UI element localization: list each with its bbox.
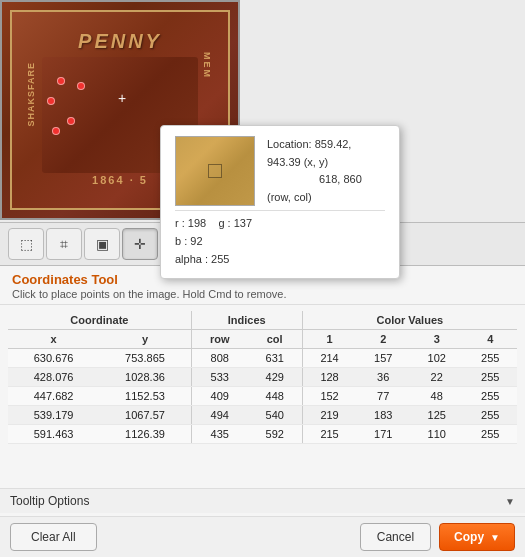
cv1-subheader: 1 — [302, 330, 356, 349]
table-cell: 591.463 — [8, 425, 99, 444]
table-cell: 1028.36 — [99, 368, 191, 387]
crop-tool-button[interactable]: ⌗ — [46, 228, 82, 260]
table-cell: 540 — [248, 406, 302, 425]
table-cell: 494 — [191, 406, 247, 425]
panel-subtitle: Click to place points on the image. Hold… — [12, 288, 513, 300]
tooltip-options-label: Tooltip Options — [10, 494, 89, 508]
table-cell: 22 — [410, 368, 463, 387]
tooltip-options-arrow-icon: ▼ — [505, 496, 515, 507]
table-cell: 409 — [191, 387, 247, 406]
table-cell: 255 — [463, 368, 517, 387]
indices-header: Indices — [191, 311, 302, 330]
table-cell: 171 — [356, 425, 409, 444]
table-cell: 36 — [356, 368, 409, 387]
col-subheader: col — [248, 330, 302, 349]
table-cell: 214 — [302, 349, 356, 368]
color-values-header: Color Values — [302, 311, 517, 330]
select-icon: ⬚ — [20, 236, 33, 252]
data-table-wrapper: Coordinate Indices Color Values x y row … — [0, 311, 525, 444]
clear-all-button[interactable]: Clear All — [10, 523, 97, 551]
marker-dot-2 — [77, 82, 85, 90]
table-cell: 1126.39 — [99, 425, 191, 444]
marker-dot-1 — [57, 77, 65, 85]
coordinates-tool-button[interactable]: ✛ — [122, 228, 158, 260]
coordinate-header: Coordinate — [8, 311, 191, 330]
table-cell: 255 — [463, 349, 517, 368]
cv2-subheader: 2 — [356, 330, 409, 349]
b-label: b : — [175, 235, 187, 247]
color-values: r : 198 g : 137 b : 92 alpha : 255 — [175, 215, 385, 268]
shaksfare-text: SHAKSFARE — [26, 62, 36, 127]
table-row: 630.676753.865808631214157102255 — [8, 349, 517, 368]
coordinates-table: Coordinate Indices Color Values x y row … — [8, 311, 517, 444]
image-tool-button[interactable]: ▣ — [84, 228, 120, 260]
table-row: 428.0761028.365334291283622255 — [8, 368, 517, 387]
alpha-value: 255 — [211, 253, 229, 265]
copy-button[interactable]: Copy ▼ — [439, 523, 515, 551]
tooltip-popup: Location: 859.42, 943.39 (x, y) 618, 860… — [160, 125, 400, 279]
table-cell: 429 — [248, 368, 302, 387]
location-label: Location: — [267, 138, 312, 150]
table-row: 539.1791067.57494540219183125255 — [8, 406, 517, 425]
bottom-bar: Clear All Cancel Copy ▼ — [0, 516, 525, 557]
year-text: 1864 · 5 — [92, 174, 148, 186]
table-cell: 219 — [302, 406, 356, 425]
table-cell: 428.076 — [8, 368, 99, 387]
table-cell: 592 — [248, 425, 302, 444]
table-cell: 630.676 — [8, 349, 99, 368]
y-subheader: y — [99, 330, 191, 349]
color-swatch — [175, 136, 255, 206]
table-cell: 125 — [410, 406, 463, 425]
table-cell: 808 — [191, 349, 247, 368]
table-cell: 447.682 — [8, 387, 99, 406]
table-cell: 110 — [410, 425, 463, 444]
table-cell: 157 — [356, 349, 409, 368]
table-cell: 448 — [248, 387, 302, 406]
table-cell: 435 — [191, 425, 247, 444]
copy-label: Copy — [454, 530, 484, 544]
alpha-label: alpha : — [175, 253, 208, 265]
cv4-subheader: 4 — [463, 330, 517, 349]
table-cell: 102 — [410, 349, 463, 368]
r-value: 198 — [188, 217, 206, 229]
table-cell: 255 — [463, 387, 517, 406]
table-cell: 539.179 — [8, 406, 99, 425]
marker-dot-5 — [52, 127, 60, 135]
table-cell: 77 — [356, 387, 409, 406]
g-value: 137 — [234, 217, 252, 229]
cv3-subheader: 3 — [410, 330, 463, 349]
table-body: 630.676753.865808631214157102255428.0761… — [8, 349, 517, 444]
table-cell: 152 — [302, 387, 356, 406]
cancel-button[interactable]: Cancel — [360, 523, 431, 551]
marker-dot-4 — [67, 117, 75, 125]
table-row: 591.4631126.39435592215171110255 — [8, 425, 517, 444]
table-cell: 255 — [463, 425, 517, 444]
table-cell: 128 — [302, 368, 356, 387]
mem-text: MEM — [202, 52, 212, 79]
crop-icon: ⌗ — [60, 236, 68, 253]
penny-text: PENNY — [78, 30, 162, 53]
select-tool-button[interactable]: ⬚ — [8, 228, 44, 260]
table-cell: 183 — [356, 406, 409, 425]
b-value: 92 — [190, 235, 202, 247]
cursor-crosshair — [120, 94, 136, 110]
table-cell: 533 — [191, 368, 247, 387]
table-row: 447.6821152.534094481527748255 — [8, 387, 517, 406]
table-cell: 48 — [410, 387, 463, 406]
location-rowcol: 618, 860 (row, col) — [267, 173, 362, 203]
table-cell: 1152.53 — [99, 387, 191, 406]
table-cell: 255 — [463, 406, 517, 425]
coordinates-panel: Coordinates Tool Click to place points o… — [0, 266, 525, 557]
g-label: g : — [218, 217, 230, 229]
table-cell: 1067.57 — [99, 406, 191, 425]
tooltip-options-row[interactable]: Tooltip Options ▼ — [0, 488, 525, 513]
x-subheader: x — [8, 330, 99, 349]
main-container: PENNY MEM SHAKSFARE 1864 · 5 Locati — [0, 0, 525, 557]
r-label: r : — [175, 217, 185, 229]
row-subheader: row — [191, 330, 247, 349]
coordinates-icon: ✛ — [134, 236, 146, 252]
image-icon: ▣ — [96, 236, 109, 252]
table-cell: 215 — [302, 425, 356, 444]
swatch-square — [208, 164, 222, 178]
copy-dropdown-arrow-icon: ▼ — [490, 532, 500, 543]
